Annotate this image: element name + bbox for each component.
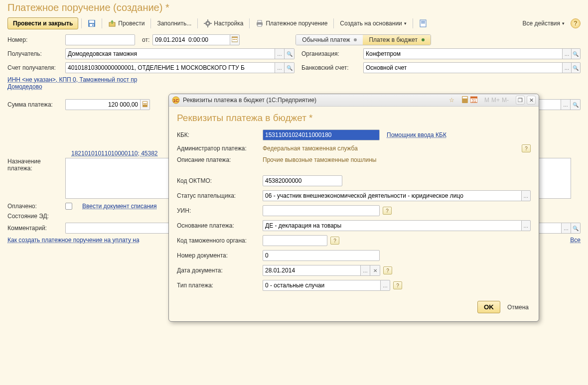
clear-button[interactable]: ✕ — [370, 265, 380, 276]
sum-input[interactable] — [65, 99, 140, 110]
help-button[interactable]: ? — [393, 281, 402, 289]
paid-checkbox[interactable] — [65, 203, 72, 210]
svg-rect-1 — [89, 20, 94, 23]
close-icon: ✕ — [373, 268, 377, 273]
svg-rect-22 — [236, 39, 237, 40]
date-input[interactable] — [152, 34, 230, 45]
kbk-helper-link[interactable]: Помощник ввода КБК — [387, 131, 446, 138]
purpose-label: Назначение платежа: — [7, 158, 62, 172]
lookup-button[interactable]: … — [380, 280, 390, 291]
all-actions-label: Все действия — [523, 20, 560, 27]
paid-link[interactable]: Ввести документ списания — [82, 203, 156, 210]
ok-button[interactable]: OK — [477, 301, 500, 313]
create-based-button[interactable]: Создать на основании ▾ — [337, 18, 410, 28]
recipient-acct-label: Счет получателя: — [7, 64, 62, 71]
recipient-acct-input[interactable] — [65, 62, 275, 73]
basis-input[interactable] — [263, 220, 521, 231]
desc-label: Описание платежа: — [177, 156, 263, 163]
desc-value: Прочие вывозные таможенные пошлины — [263, 156, 376, 163]
bank-acct-input[interactable] — [363, 62, 562, 73]
howto-link[interactable]: Как создать платежное поручение на уплат… — [7, 237, 140, 244]
calendar-button[interactable] — [230, 34, 240, 45]
toggle-budget[interactable]: Платеж в бюджет — [363, 35, 430, 45]
kbk-label: КБК: — [177, 131, 263, 138]
all-link[interactable]: Все — [570, 237, 581, 244]
window-close-button[interactable]: ✕ — [527, 96, 536, 105]
search-button[interactable]: 🔍 — [572, 62, 581, 73]
recipient-input[interactable] — [65, 48, 275, 59]
toggle-regular[interactable]: Обычный платеж — [296, 35, 363, 45]
customs-input[interactable] — [263, 235, 327, 246]
lookup-button[interactable]: … — [275, 48, 285, 59]
number-input[interactable] — [65, 34, 135, 45]
org-label: Организация: — [301, 50, 360, 57]
svg-point-6 — [207, 22, 209, 24]
fill-button[interactable]: Заполнить... — [154, 18, 194, 28]
gear-icon — [204, 19, 212, 27]
calendar-icon — [232, 36, 238, 43]
oktmo-input[interactable] — [263, 175, 342, 186]
save-button[interactable] — [85, 18, 99, 29]
calculator-button[interactable] — [140, 99, 150, 110]
bank-acct-label: Банковский счет: — [301, 64, 360, 71]
cancel-button[interactable]: Отмена — [505, 302, 531, 313]
lookup-button[interactable]: … — [562, 62, 571, 73]
svg-rect-7 — [207, 19, 208, 21]
print-button[interactable]: Платежное поручение — [253, 18, 330, 29]
page-title: Платежное поручение (создание) * — [0, 0, 588, 17]
post-button[interactable]: Провести — [105, 18, 147, 29]
lookup-button[interactable]: … — [360, 265, 370, 276]
uin-input[interactable] — [263, 205, 380, 216]
all-actions-button[interactable]: Все действия ▾ — [520, 18, 568, 28]
close-icon: ✕ — [529, 97, 534, 104]
post-icon — [108, 19, 116, 27]
docdate-input[interactable] — [263, 265, 360, 276]
settings-button[interactable]: Настройка — [201, 18, 246, 29]
lookup-button[interactable]: … — [275, 62, 285, 73]
fill-label: Заполнить... — [157, 20, 191, 27]
restore-icon: ❐ — [518, 97, 523, 104]
calculator-icon — [143, 101, 147, 108]
search-button[interactable]: 🔍 — [285, 48, 294, 59]
search-button[interactable]: 🔍 — [571, 223, 581, 234]
help-button[interactable]: ? — [522, 144, 531, 152]
lookup-button[interactable]: … — [561, 223, 571, 234]
svg-rect-17 — [421, 23, 425, 23]
comment-label: Комментарий: — [7, 225, 62, 232]
svg-rect-26 — [145, 104, 146, 105]
chevron-down-icon: ▾ — [562, 21, 565, 26]
search-button[interactable]: 🔍 — [285, 62, 294, 73]
svg-text:1C: 1C — [173, 98, 179, 103]
help-button[interactable]: ? — [330, 237, 339, 245]
help-button[interactable]: ? — [383, 266, 392, 274]
lookup-button[interactable]: … — [561, 99, 571, 110]
admin-value: Федеральная таможенная служба — [263, 145, 358, 152]
lookup-button[interactable]: … — [562, 48, 571, 59]
lookup-button[interactable]: … — [521, 190, 531, 201]
favorite-icon[interactable]: ☆ — [449, 97, 454, 104]
svg-rect-3 — [92, 24, 93, 26]
modal-heading: Реквизиты платежа в бюджет * — [177, 113, 531, 124]
calculator-icon[interactable] — [461, 96, 468, 105]
kbk-okato-link[interactable]: 18210101011010000110; 45382 — [71, 150, 158, 157]
report-button[interactable] — [416, 18, 430, 29]
org-input[interactable] — [363, 48, 562, 59]
memory-mplus: M+ — [491, 97, 500, 104]
paytype-input[interactable] — [263, 280, 380, 291]
kbk-input[interactable] — [263, 129, 380, 140]
search-button[interactable]: 🔍 — [572, 48, 581, 59]
window-restore-button[interactable]: ❐ — [516, 96, 525, 105]
search-icon: 🔍 — [287, 51, 293, 57]
lookup-button[interactable]: … — [521, 220, 531, 231]
paid-label: Оплачено: — [7, 203, 62, 210]
svg-rect-16 — [421, 22, 425, 22]
post-and-close-button[interactable]: Провести и закрыть — [7, 17, 78, 29]
docnum-input[interactable] — [263, 250, 380, 261]
status-input[interactable] — [263, 190, 521, 201]
inn-link[interactable]: ИНН <не указан>, КПП 0, Таможенный пост … — [7, 76, 137, 83]
search-button[interactable]: 🔍 — [571, 99, 581, 110]
calendar-icon[interactable]: 31 — [470, 96, 477, 105]
inn-link-2[interactable]: Домодедово — [7, 83, 42, 90]
help-button[interactable]: ? — [383, 207, 392, 215]
help-button[interactable]: ? — [571, 18, 581, 28]
